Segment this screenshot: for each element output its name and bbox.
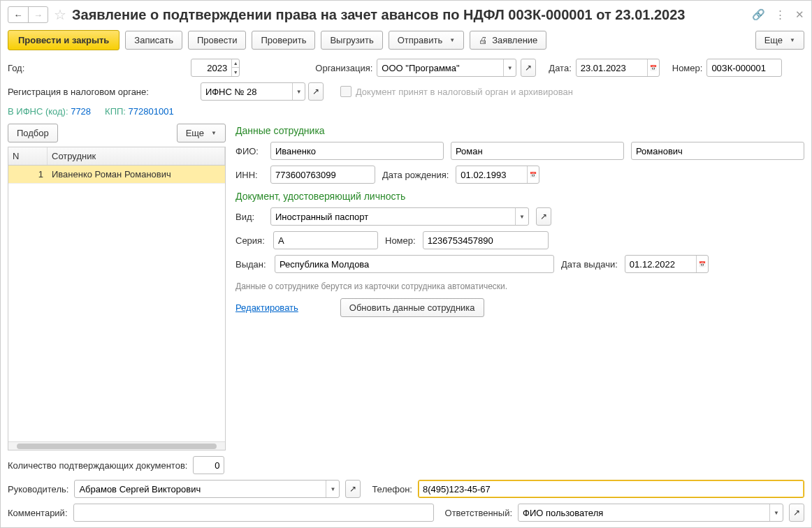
reg-open-button[interactable]: ↗ <box>308 82 324 101</box>
section-id-document: Документ, удостоверяющий личность <box>235 191 804 202</box>
left-more-button[interactable]: Еще <box>177 124 226 142</box>
col-employee[interactable]: Сотрудник <box>48 147 225 165</box>
idate-input[interactable]: 📅 <box>625 255 709 273</box>
dob-input[interactable]: 📅 <box>456 166 539 184</box>
archive-label: Документ принят в налоговый орган и архи… <box>356 87 573 97</box>
employees-table: N Сотрудник 1 Иваненко Роман Романович <box>8 147 226 450</box>
number-label: Номер: <box>672 63 703 73</box>
chevron-down-icon[interactable]: ▼ <box>326 481 339 497</box>
post-and-close-button[interactable]: Провести и закрыть <box>8 30 119 50</box>
chevron-down-icon[interactable]: ▼ <box>292 83 305 100</box>
close-icon[interactable]: ✕ <box>795 8 804 21</box>
count-label: Количество подтверждающих документов: <box>8 460 187 471</box>
save-button[interactable]: Записать <box>125 31 182 50</box>
issued-input[interactable] <box>275 255 554 273</box>
inn-input[interactable] <box>270 166 375 184</box>
comment-label: Комментарий: <box>8 508 68 518</box>
fio-label: ФИО: <box>235 146 263 156</box>
link-icon[interactable]: 🔗 <box>752 8 765 21</box>
reg-label: Регистрация в налоговом органе: <box>8 87 149 97</box>
date-input[interactable]: 📅 <box>576 59 660 77</box>
nav-forward-button[interactable]: → <box>28 7 48 22</box>
nav-back-button[interactable]: ← <box>8 7 28 22</box>
ifns-meta: В ИФНС (код): 7728 <box>8 106 91 117</box>
comment-input[interactable] <box>73 504 434 522</box>
post-button[interactable]: Провести <box>188 31 247 50</box>
manager-open-button[interactable]: ↗ <box>345 480 361 498</box>
pick-button[interactable]: Подбор <box>8 124 58 142</box>
edit-link[interactable]: Редактировать <box>235 302 298 313</box>
series-input[interactable] <box>273 231 378 249</box>
phone-input[interactable] <box>418 480 804 498</box>
nav-buttons: ← → <box>8 6 48 23</box>
archive-checkbox <box>340 86 351 97</box>
org-label: Организация: <box>315 63 372 73</box>
responsible-input[interactable]: ▼ <box>518 504 783 522</box>
kind-open-button[interactable]: ↗ <box>536 207 551 226</box>
dob-label: Дата рождения: <box>382 170 449 180</box>
calendar-icon[interactable]: 📅 <box>696 256 708 272</box>
calendar-icon[interactable]: 📅 <box>647 59 659 76</box>
h-scrollbar[interactable] <box>8 441 225 450</box>
idate-label: Дата выдачи: <box>561 259 618 270</box>
export-button[interactable]: Выгрузить <box>321 31 382 50</box>
date-label: Дата: <box>549 63 571 73</box>
lastname-input[interactable] <box>270 142 444 160</box>
kpp-meta: КПП: 772801001 <box>105 106 174 117</box>
refresh-employee-button[interactable]: Обновить данные сотрудника <box>340 298 484 317</box>
page-title: Заявление о подтверждении права на зачет… <box>72 7 746 23</box>
year-input[interactable]: ▲▼ <box>191 59 240 77</box>
phone-label: Телефон: <box>372 484 412 494</box>
chevron-down-icon[interactable]: ▼ <box>515 208 528 225</box>
middlename-input[interactable] <box>631 142 804 160</box>
auto-hint: Данные о сотруднике берутся из карточки … <box>235 281 804 291</box>
manager-label: Руководитель: <box>8 484 68 494</box>
table-row[interactable]: 1 Иваненко Роман Романович <box>8 166 225 184</box>
year-label: Год: <box>8 63 24 73</box>
chevron-down-icon[interactable]: ▼ <box>769 504 783 521</box>
check-button[interactable]: Проверить <box>252 31 315 50</box>
kind-input[interactable]: ▼ <box>270 207 529 226</box>
reg-input[interactable]: ▼ <box>201 82 305 101</box>
manager-input[interactable]: ▼ <box>74 480 340 498</box>
org-input[interactable]: ▼ <box>377 59 516 77</box>
col-n[interactable]: N <box>8 147 48 165</box>
org-open-button[interactable]: ↗ <box>521 59 536 77</box>
kind-label: Вид: <box>235 212 263 222</box>
docnum-input[interactable] <box>423 231 549 249</box>
kebab-icon[interactable]: ⋮ <box>775 8 785 21</box>
firstname-input[interactable] <box>451 142 624 160</box>
print-icon: 🖨 <box>479 35 488 45</box>
responsible-label: Ответственный: <box>445 508 512 518</box>
star-icon[interactable]: ☆ <box>54 6 66 23</box>
issued-label: Выдан: <box>235 259 268 270</box>
year-spinner[interactable]: ▲▼ <box>231 59 239 76</box>
responsible-open-button[interactable]: ↗ <box>789 504 804 522</box>
inn-label: ИНН: <box>235 170 263 180</box>
calendar-icon[interactable]: 📅 <box>527 166 539 183</box>
docnum-label: Номер: <box>385 235 416 246</box>
send-button[interactable]: Отправить <box>389 31 464 50</box>
chevron-down-icon[interactable]: ▼ <box>503 59 516 76</box>
count-input[interactable] <box>193 456 224 474</box>
series-label: Серия: <box>235 235 266 246</box>
section-employee-data: Данные сотрудника <box>235 125 804 136</box>
more-button[interactable]: Еще <box>755 31 804 50</box>
number-input[interactable] <box>706 59 782 77</box>
application-button[interactable]: 🖨Заявление <box>470 31 546 50</box>
